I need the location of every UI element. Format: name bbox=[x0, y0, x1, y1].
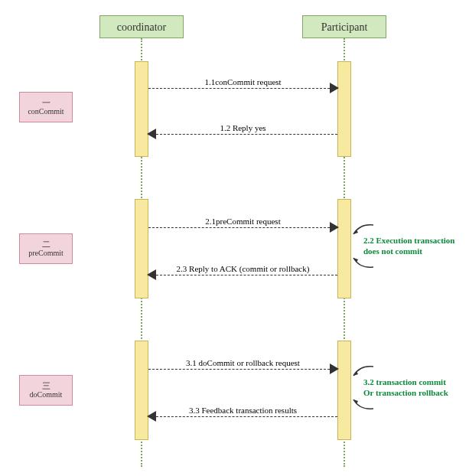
msg-label-1-2: 1.2 Reply yes bbox=[217, 123, 269, 132]
actor-coordinator: coordinator bbox=[99, 15, 184, 38]
note-3-2: 3.2 transaction commit Or transaction ro… bbox=[363, 377, 463, 398]
note-3-2-line1: 3.2 transaction commit bbox=[363, 377, 446, 386]
note-2-2: 2.2 Execution transaction does not commi… bbox=[363, 235, 463, 256]
note-arrow-icon bbox=[352, 364, 375, 377]
msg-2-1: 2.1preCommit request bbox=[148, 222, 337, 233]
msg-label-1-1: 1.1conCommit request bbox=[201, 77, 284, 86]
activation-coord-1 bbox=[135, 61, 148, 157]
note-arrow-icon bbox=[352, 256, 375, 270]
note-arrow-icon bbox=[352, 222, 375, 236]
msg-line bbox=[148, 88, 337, 89]
msg-label-2-1: 2.1preCommit request bbox=[202, 217, 283, 226]
activation-part-2 bbox=[337, 199, 351, 298]
activation-part-3 bbox=[337, 341, 351, 440]
msg-1-1: 1.1conCommit request bbox=[148, 83, 337, 93]
msg-line bbox=[148, 275, 337, 275]
arrow-right-icon bbox=[330, 364, 339, 374]
msg-3-3: 3.3 Feedback transaction results bbox=[148, 411, 337, 422]
phase-box-docommit: 三 doCommit bbox=[19, 375, 73, 406]
phase-num-1: 一 bbox=[42, 98, 50, 107]
msg-2-3: 2.3 Reply to ACK (commit or rollback) bbox=[148, 269, 337, 280]
msg-line bbox=[148, 134, 337, 135]
activation-coord-2 bbox=[135, 199, 148, 298]
activation-part-1 bbox=[337, 61, 351, 157]
phase-label-3: doCommit bbox=[30, 390, 63, 399]
actor-participant: Participant bbox=[302, 15, 386, 38]
note-2-2-line1: 2.2 Execution transaction bbox=[363, 236, 454, 245]
msg-line bbox=[148, 369, 337, 370]
msg-3-1: 3.1 doCommit or rollback request bbox=[148, 364, 337, 374]
msg-label-3-3: 3.3 Feedback transaction results bbox=[186, 406, 300, 415]
phase-label-1: conCommit bbox=[28, 107, 64, 116]
activation-coord-3 bbox=[135, 341, 148, 440]
msg-label-3-1: 3.1 doCommit or rollback request bbox=[183, 358, 303, 367]
arrow-right-icon bbox=[330, 222, 339, 233]
phase-label-2: preCommit bbox=[28, 249, 64, 258]
msg-1-2: 1.2 Reply yes bbox=[148, 129, 337, 139]
msg-label-2-3: 2.3 Reply to ACK (commit or rollback) bbox=[174, 264, 313, 273]
note-3-2-line2: Or transaction rollback bbox=[363, 388, 448, 397]
msg-line bbox=[148, 416, 337, 417]
phase-num-3: 三 bbox=[42, 381, 50, 390]
arrow-left-icon bbox=[147, 411, 156, 422]
phase-box-concommit: 一 conCommit bbox=[19, 92, 73, 122]
arrow-left-icon bbox=[147, 129, 156, 139]
note-2-2-line2: does not commit bbox=[363, 246, 422, 256]
phase-num-2: 二 bbox=[42, 240, 50, 249]
arrow-right-icon bbox=[330, 83, 339, 93]
note-arrow-icon bbox=[352, 398, 375, 412]
msg-line bbox=[148, 227, 337, 228]
arrow-left-icon bbox=[147, 269, 156, 280]
phase-box-precommit: 二 preCommit bbox=[19, 233, 73, 264]
